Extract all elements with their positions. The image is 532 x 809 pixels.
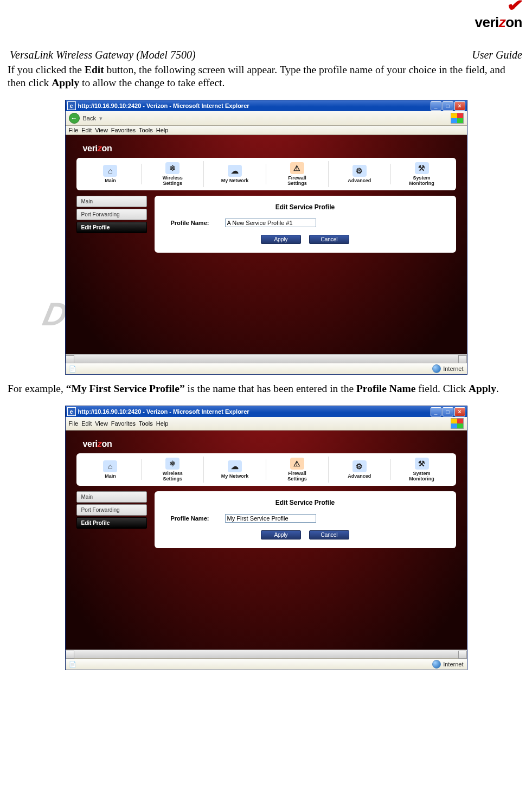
edit-service-profile-panel: Edit Service Profile Profile Name: Apply…: [155, 491, 456, 548]
nav-system-monitoring[interactable]: ⚒System Monitoring: [391, 161, 453, 187]
menu-view[interactable]: View: [95, 420, 108, 427]
panel-title: Edit Service Profile: [162, 203, 448, 211]
advanced-icon: ⚙: [352, 165, 367, 177]
menu-file[interactable]: File: [69, 420, 79, 427]
status-page-icon: 📄: [69, 661, 76, 668]
back-label[interactable]: Back: [83, 115, 96, 121]
ie-app-icon: e: [67, 101, 76, 110]
apply-button[interactable]: Apply: [261, 235, 301, 244]
close-button[interactable]: ×: [454, 101, 465, 111]
window-title: http://10.16.90.10:2420 - Verizon - Micr…: [78, 408, 431, 415]
home-icon: ⌂: [103, 460, 117, 472]
screenshot-1: e http://10.16.90.10:2420 - Verizon - Mi…: [65, 100, 467, 375]
close-button[interactable]: ×: [454, 407, 465, 416]
menu-tools[interactable]: Tools: [139, 127, 153, 133]
ie-menubar: File Edit View Favorites Tools Help: [66, 417, 467, 431]
internet-zone-icon: [432, 364, 441, 373]
side-main[interactable]: Main: [76, 196, 147, 207]
horizontal-scrollbar[interactable]: [66, 354, 467, 363]
wireless-icon: ⚛: [165, 458, 180, 470]
nav-advanced[interactable]: ⚙Advanced: [329, 164, 391, 184]
ie-statusbar: 📄 Internet: [66, 363, 467, 374]
profile-name-label: Profile Name:: [171, 220, 220, 226]
back-icon[interactable]: ←: [69, 113, 80, 124]
window-titlebar: e http://10.16.90.10:2420 - Verizon - Mi…: [66, 406, 467, 417]
nav-my-network[interactable]: ☁My Network: [204, 164, 266, 184]
top-nav: ⌂Main ⚛Wireless Settings ☁My Network ⚠Fi…: [76, 453, 456, 486]
windows-flag-icon: [451, 113, 464, 124]
nav-wireless[interactable]: ⚛Wireless Settings: [142, 161, 204, 187]
menu-tools[interactable]: Tools: [139, 420, 153, 427]
internet-zone-icon: [432, 660, 441, 669]
nav-main[interactable]: ⌂Main: [80, 164, 142, 184]
menu-favorites[interactable]: Favorites: [111, 420, 136, 427]
network-icon: ☁: [228, 165, 242, 177]
menu-edit[interactable]: Edit: [81, 420, 92, 427]
side-main[interactable]: Main: [76, 491, 147, 503]
side-port-forwarding[interactable]: Port Forwarding: [76, 504, 147, 516]
ie-statusbar: 📄 Internet: [66, 658, 467, 670]
minimize-button[interactable]: _: [431, 407, 441, 416]
nav-firewall[interactable]: ⚠Firewall Settings: [266, 457, 329, 483]
nav-my-network[interactable]: ☁My Network: [204, 459, 266, 480]
status-page-icon: 📄: [69, 365, 76, 373]
edit-service-profile-panel: Edit Service Profile Profile Name: Apply…: [155, 196, 456, 253]
firewall-icon: ⚠: [290, 162, 304, 174]
profile-name-input[interactable]: [225, 219, 316, 227]
brand-logo-top: ✔ verizon: [475, 4, 522, 31]
cancel-button[interactable]: Cancel: [309, 530, 349, 540]
menu-edit[interactable]: Edit: [81, 127, 92, 133]
profile-name-label: Profile Name:: [171, 515, 220, 522]
minimize-button[interactable]: _: [431, 101, 441, 111]
ie-app-icon: e: [67, 407, 76, 416]
doc-title: VersaLink Wireless Gateway (Model 7500): [10, 49, 196, 61]
apply-button[interactable]: Apply: [261, 530, 301, 540]
side-menu: Main Port Forwarding Edit Profile: [76, 491, 147, 548]
doc-role: User Guide: [472, 49, 522, 61]
maximize-button[interactable]: □: [443, 407, 453, 416]
home-icon: ⌂: [103, 165, 117, 177]
window-titlebar: e http://10.16.90.10:2420 - Verizon - Mi…: [66, 100, 467, 111]
status-zone-label: Internet: [443, 661, 463, 667]
side-menu: Main Port Forwarding Edit Profile: [76, 196, 147, 253]
horizontal-scrollbar[interactable]: [66, 650, 467, 658]
page-brand-logo: verizon: [83, 144, 459, 153]
panel-title: Edit Service Profile: [162, 499, 448, 506]
side-edit-profile[interactable]: Edit Profile: [76, 517, 147, 529]
nav-advanced[interactable]: ⚙Advanced: [329, 459, 391, 480]
router-page: verizon ⌂Main ⚛Wireless Settings ☁My Net…: [66, 431, 467, 650]
running-header: VersaLink Wireless Gateway (Model 7500) …: [7, 49, 525, 62]
firewall-icon: ⚠: [290, 458, 304, 470]
nav-wireless[interactable]: ⚛Wireless Settings: [142, 457, 204, 483]
ie-menubar: File Edit View Favorites Tools Help: [66, 126, 467, 135]
nav-firewall[interactable]: ⚠Firewall Settings: [266, 161, 329, 187]
network-icon: ☁: [228, 460, 242, 472]
advanced-icon: ⚙: [352, 460, 367, 472]
menu-file[interactable]: File: [69, 127, 79, 133]
menu-view[interactable]: View: [95, 127, 108, 133]
brand-name: verizon: [475, 14, 522, 30]
windows-flag-icon: [451, 418, 464, 429]
profile-name-input[interactable]: [225, 514, 316, 523]
side-port-forwarding[interactable]: Port Forwarding: [76, 209, 147, 220]
nav-main[interactable]: ⌂Main: [80, 459, 142, 480]
monitoring-icon: ⚒: [415, 458, 429, 470]
menu-help[interactable]: Help: [156, 420, 169, 427]
maximize-button[interactable]: □: [443, 101, 453, 111]
top-nav: ⌂Main ⚛Wireless Settings ☁My Network ⚠Fi…: [76, 158, 456, 190]
logo-check-icon: ✔: [507, 3, 524, 8]
menu-help[interactable]: Help: [156, 127, 169, 133]
paragraph-2: For example, “My First Service Profile” …: [7, 382, 525, 395]
side-edit-profile[interactable]: Edit Profile: [76, 222, 147, 233]
status-zone-label: Internet: [443, 365, 463, 372]
page-brand-logo: verizon: [83, 439, 459, 449]
menu-favorites[interactable]: Favorites: [111, 127, 136, 133]
paragraph-1: If you clicked the Edit button, the foll…: [7, 63, 525, 89]
cancel-button[interactable]: Cancel: [309, 235, 349, 244]
wireless-icon: ⚛: [165, 162, 180, 174]
window-title: http://10.16.90.10:2420 - Verizon - Micr…: [78, 102, 431, 109]
monitoring-icon: ⚒: [415, 162, 429, 174]
nav-system-monitoring[interactable]: ⚒System Monitoring: [391, 457, 453, 483]
router-page: verizon ⌂Main ⚛Wireless Settings ☁My Net…: [66, 135, 467, 354]
ie-toolbar: ← Back ▾: [66, 111, 467, 126]
